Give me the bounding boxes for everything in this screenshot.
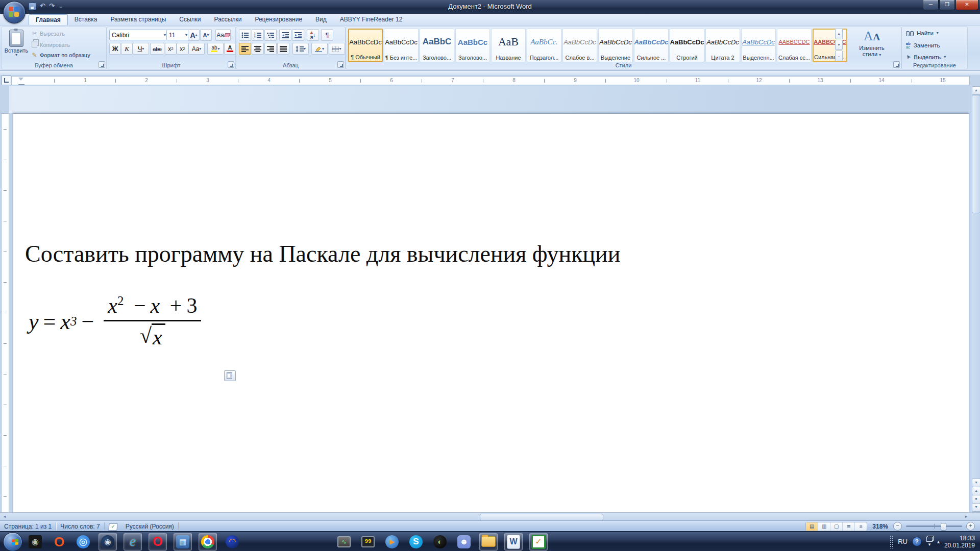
gallery-scroll-down-icon[interactable]: ▾ [835, 40, 843, 51]
style-gallery-item[interactable]: AaBbCcDc Сильное ... [634, 29, 669, 62]
ribbon-tab[interactable]: Ссылки [173, 14, 207, 25]
align-center-button[interactable] [252, 43, 264, 55]
paste-button[interactable]: Вставить ▾ [4, 29, 29, 61]
language-indicator[interactable]: Русский (Россия) [121, 523, 178, 530]
zoom-slider[interactable] [906, 525, 962, 527]
cut-button[interactable]: ✂ Вырезать [31, 30, 65, 37]
print-layout-button[interactable]: ▤ [806, 522, 818, 531]
scroll-left-icon[interactable]: ◂ [1, 514, 8, 520]
style-gallery-item[interactable]: AaBbCcDc Выделение [598, 29, 633, 62]
vertical-ruler[interactable] [0, 86, 9, 512]
dialog-launcher-icon[interactable] [337, 61, 344, 68]
origin-icon[interactable]: O [51, 534, 68, 550]
borders-button[interactable]: ▾ [329, 43, 345, 55]
tray-window-icon[interactable]: ▾ [926, 537, 933, 546]
word-icon[interactable]: W [504, 533, 523, 550]
find-button[interactable]: Найти ▾ [906, 30, 939, 36]
clear-formatting-button[interactable]: Aa [215, 29, 231, 41]
checkmark-app-icon[interactable]: ✓ [529, 533, 548, 550]
outline-button[interactable]: ≣ [843, 522, 855, 531]
vertical-scroll-thumb[interactable] [972, 95, 980, 213]
system-monitor-icon[interactable]: ∿ [335, 534, 353, 550]
horizontal-scroll-thumb[interactable] [480, 514, 603, 521]
file-explorer-icon[interactable] [479, 533, 498, 550]
language-help-icon[interactable]: ? [912, 537, 922, 546]
document-page[interactable]: Составить программу на Паскале для вычис… [13, 113, 969, 512]
zoom-out-button[interactable]: − [893, 522, 902, 531]
strikethrough-button[interactable]: abc [150, 43, 164, 55]
gallery-scroll-up-icon[interactable]: ▴ [835, 29, 843, 39]
restore-button[interactable]: ❐ [939, 0, 955, 10]
dialog-launcher-icon[interactable] [893, 61, 900, 68]
subscript-button[interactable]: x2 [165, 43, 177, 55]
style-gallery-item[interactable]: AaBbCcDc Выделенн... [741, 29, 776, 62]
scroll-down-icon[interactable]: ▾ [972, 479, 980, 487]
style-gallery-item[interactable]: AaBbCc Заголово... [455, 29, 490, 62]
clock[interactable]: 18:33 20.01.2019 [944, 535, 978, 549]
ribbon-tab[interactable]: Главная [29, 14, 68, 25]
media-player-icon[interactable]: ▶ [383, 534, 401, 550]
italic-button[interactable]: К [121, 43, 133, 55]
select-button[interactable]: ➤ Выделить ▾ [906, 54, 946, 60]
select-browse-object-icon[interactable]: ● [972, 495, 980, 504]
shrink-font-button[interactable]: А▾ [200, 29, 212, 41]
language-bar[interactable]: RU [898, 538, 908, 545]
dialog-launcher-icon[interactable] [99, 61, 105, 68]
next-page-icon[interactable]: ▾ [972, 503, 980, 512]
document-text[interactable]: Составить программу на Паскале для вычис… [25, 240, 620, 267]
equation-object[interactable]: y = x3 − x2 −x +3 √x [29, 293, 201, 349]
control-panel-icon[interactable]: ▦ [174, 533, 192, 550]
style-gallery-item[interactable]: AaBbCcDc Слабое в... [562, 29, 597, 62]
format-painter-button[interactable]: ✎ Формат по образцу [31, 52, 90, 59]
zoom-in-button[interactable]: + [966, 522, 975, 531]
discord-icon[interactable]: ☻ [455, 534, 473, 550]
full-screen-reading-button[interactable]: ▥ [818, 522, 830, 531]
ribbon-tab[interactable]: Вид [309, 14, 333, 25]
underline-button[interactable]: Ч▾ [133, 43, 149, 55]
tab-stop-selector[interactable] [2, 76, 11, 85]
horizontal-scrollbar[interactable]: ◂ ▸ [0, 512, 980, 521]
uplay-icon[interactable]: ◎ [75, 534, 92, 550]
font-name-combo[interactable]: Calibri ▾ [109, 30, 168, 40]
scroll-right-icon[interactable]: ▸ [963, 514, 970, 520]
internet-explorer-icon[interactable]: e [124, 533, 142, 550]
style-gallery-item[interactable]: AaBbCcDc Строгий [670, 29, 704, 62]
zoom-level[interactable]: 318% [869, 523, 891, 530]
justify-button[interactable] [277, 43, 289, 55]
superscript-button[interactable]: x2 [177, 43, 188, 55]
align-right-button[interactable] [264, 43, 277, 55]
scroll-up-icon[interactable]: ▴ [972, 86, 980, 95]
word-count[interactable]: Число слов: 7 [56, 523, 104, 530]
multilevel-list-button[interactable] [264, 29, 277, 41]
draft-button[interactable]: ≡ [855, 522, 867, 531]
paste-options-button[interactable] [224, 370, 236, 381]
style-gallery-item[interactable]: АаВ Название [491, 29, 526, 62]
steam-icon[interactable]: ◉ [99, 533, 117, 550]
style-gallery-item[interactable]: AaBbCcDc ¶ Без инте... [384, 29, 419, 62]
minimize-button[interactable]: ─ [923, 0, 939, 10]
dialog-launcher-icon[interactable] [228, 61, 234, 68]
style-gallery-item[interactable]: AaBbCcDc ¶ Обычный [348, 29, 383, 62]
show-paragraph-marks-button[interactable]: ¶ [321, 29, 333, 41]
chrome-icon[interactable] [199, 533, 217, 550]
nvidia-geforce-icon[interactable]: ◉ [27, 534, 44, 550]
firefox-icon[interactable]: ◠ [224, 534, 241, 550]
style-gallery-item[interactable]: AaBbCc. Подзагол... [527, 29, 561, 62]
fps-monitor-icon[interactable]: 99 [359, 534, 377, 550]
zoom-slider-thumb[interactable] [941, 523, 946, 531]
replace-button[interactable]: abac Заменить [906, 42, 940, 49]
numbering-button[interactable]: 123 [252, 29, 264, 41]
ribbon-tab[interactable]: Разметка страницы [104, 14, 173, 25]
line-spacing-button[interactable]: ▾ [292, 43, 309, 55]
vertical-scrollbar[interactable]: ▴ ▾ ▴ ● ▾ [971, 86, 980, 512]
increase-indent-button[interactable] [292, 29, 304, 41]
decrease-indent-button[interactable] [279, 29, 291, 41]
align-left-button[interactable] [239, 43, 251, 55]
ribbon-tab[interactable]: ABBYY FineReader 12 [333, 14, 409, 25]
proofing-status[interactable]: ✓ [105, 522, 121, 531]
page-indicator[interactable]: Страница: 1 из 1 [0, 523, 56, 530]
left-indent-marker[interactable] [18, 84, 24, 85]
shading-button[interactable]: ▾ [311, 43, 328, 55]
opera-icon[interactable]: O [149, 533, 167, 550]
highlight-button[interactable]: ab ▾ [207, 43, 224, 55]
